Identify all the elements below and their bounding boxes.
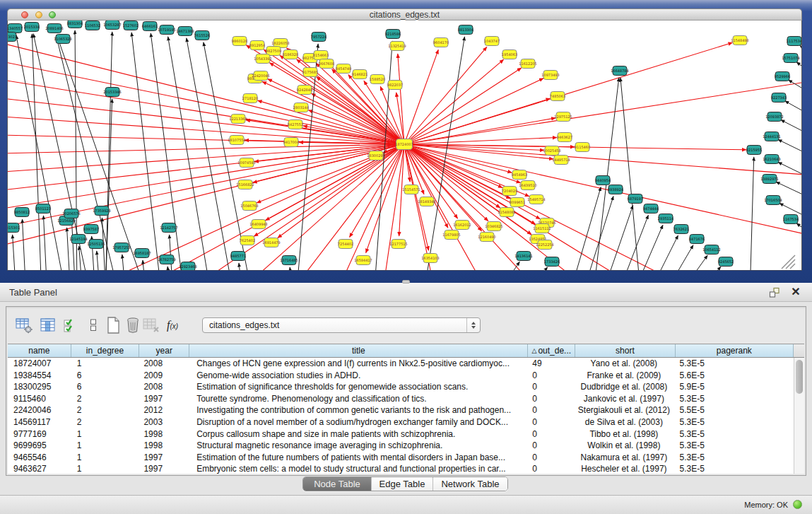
combo-stepper-icon <box>466 318 480 332</box>
graph-node-label: 9827509 <box>266 49 281 53</box>
table-cell: Hescheler et al. (1997) <box>575 463 675 474</box>
table-cell: Tourette syndrome. Phenomenology and cla… <box>189 393 528 405</box>
column-header-in-degree[interactable]: in_degree <box>71 344 140 357</box>
graph-node-label: 9175685 <box>302 70 318 74</box>
graph-node-label: 15495714 <box>527 197 545 201</box>
delete-column-icon[interactable] <box>124 315 142 335</box>
column-header-year[interactable]: year <box>139 344 189 357</box>
table-cell: 5.5E-5 <box>676 404 794 416</box>
show-columns-icon[interactable] <box>39 315 57 335</box>
graph-node-label: 1117534 <box>787 39 801 43</box>
network-window: citations_edges.txt 13405572015334208914… <box>7 8 802 271</box>
table-cell: 0 <box>528 381 575 393</box>
graph-node-label: 12156829 <box>57 218 75 223</box>
select-all-icon[interactable] <box>61 315 80 335</box>
scrollbar-thumb[interactable] <box>796 360 803 394</box>
graph-node-label: 12923468 <box>179 264 196 269</box>
table-row[interactable]: 946362711997Embryonic stem cells: a mode… <box>8 463 794 474</box>
graph-node-label: 14136141 <box>514 254 532 258</box>
column-header-title[interactable]: title <box>189 344 528 357</box>
column-header-out-de-[interactable]: △out_de... <box>528 344 575 357</box>
table-row[interactable]: 977716911998Corpus callosum shape and si… <box>8 428 794 440</box>
table-row[interactable]: 969969511998Structural magnetic resonanc… <box>8 440 794 452</box>
tab-network-table[interactable]: Network Table <box>433 477 507 491</box>
graph-node-label: 10719195 <box>158 28 175 32</box>
graph-node-label: 9242848 <box>297 88 312 92</box>
column-header-name[interactable]: name <box>8 344 71 357</box>
resize-grip-icon[interactable] <box>782 255 795 269</box>
graph-node-label: 1527602 <box>123 23 139 28</box>
graph-node-label: 8427552 <box>288 122 303 127</box>
table-row[interactable]: 946554611997Estimation of the future num… <box>8 452 794 464</box>
status-bar: Memory: OK <box>0 495 812 514</box>
table-cell: 5.3E-5 <box>676 463 794 474</box>
memory-ok-icon <box>793 500 802 509</box>
table-panel-title: Table Panel <box>9 287 57 298</box>
table-cell: 1997 <box>139 393 189 405</box>
table-cell: 5.3E-5 <box>676 416 794 428</box>
graph-node-label: 9860128 <box>232 39 247 43</box>
tab-node-table[interactable]: Node Table <box>303 477 372 491</box>
table-cell: 2008 <box>139 358 189 370</box>
table-cell: 5.6E-5 <box>676 370 794 382</box>
network-window-titlebar[interactable]: citations_edges.txt <box>7 8 802 21</box>
function-builder-icon[interactable]: f(x) <box>163 315 182 335</box>
splitter-handle[interactable] <box>402 280 410 284</box>
column-header-short[interactable]: short <box>575 344 676 357</box>
clear-selection-icon[interactable] <box>84 315 102 335</box>
table-cell: 6 <box>71 381 140 393</box>
table-cell: Yano et al. (2008) <box>575 358 675 370</box>
graph-node-label: 1106532 <box>85 23 100 28</box>
graph-node-label: 8471676 <box>689 237 705 241</box>
close-panel-icon[interactable]: ✕ <box>789 286 802 298</box>
table-row[interactable]: 1872400712008Changes of HCN gene express… <box>8 358 794 370</box>
table-cell: Stergiakouli et al. (2012) <box>575 404 675 416</box>
graph-node-label: 14495714 <box>552 158 570 162</box>
table-cell: Disruption of a novel member of a sodium… <box>189 416 528 428</box>
table-cell: 1 <box>71 440 140 452</box>
new-column-icon[interactable] <box>104 315 122 335</box>
graph-node-label: 15751074 <box>782 56 799 60</box>
table-row[interactable]: 1830029562008Estimation of significance … <box>8 381 794 393</box>
table-row[interactable]: 911546021997Tourette syndrome. Phenomeno… <box>8 393 794 405</box>
table-cell: 9777169 <box>8 428 71 440</box>
table-cell: 9699695 <box>8 440 71 452</box>
table-row[interactable]: 1938455462009Genome-wide association stu… <box>8 370 794 382</box>
graph-node-label: 10025458 <box>543 148 560 153</box>
network-canvas[interactable]: 1340557201533420891406883130411065321065… <box>7 21 802 271</box>
graph-node-label: 13716485 <box>280 258 298 262</box>
table-select-value: citations_edges.txt <box>209 320 279 330</box>
graph-node-label: 18107554 <box>228 138 245 142</box>
table-cell: de Silva et al. (2003) <box>575 416 675 428</box>
float-panel-icon[interactable] <box>768 286 781 299</box>
tab-edge-table[interactable]: Edge Table <box>372 477 433 491</box>
graph-node-label: 8501123 <box>35 206 51 211</box>
table-cell: 2009 <box>139 370 189 382</box>
header-scrollbar-corner <box>794 344 804 357</box>
graph-node-label: 3315301 <box>8 226 20 230</box>
table-cell: 0 <box>528 452 575 464</box>
table-row[interactable]: 2242004622012Investigating the contribut… <box>8 404 794 416</box>
memory-status-label: Memory: OK <box>744 501 788 509</box>
table-options-icon[interactable] <box>15 315 33 335</box>
column-header-pagerank[interactable]: pagerank <box>676 344 794 357</box>
graph-node-label: 14671388 <box>176 29 194 33</box>
table-cell: 0 <box>528 393 575 405</box>
vertical-scrollbar[interactable] <box>794 358 804 474</box>
graph-node-label: 12142757 <box>160 226 177 230</box>
graph-node-label: 10543392 <box>254 57 271 61</box>
graph-node-label: 2667608 <box>319 62 334 66</box>
graph-node-label: 7254402 <box>338 242 353 246</box>
graph-node-label: 10653287 <box>103 23 121 27</box>
graph-node-label: 2718120 <box>242 96 258 100</box>
table-select[interactable]: citations_edges.txt <box>202 317 481 333</box>
table-cell: 0 <box>528 463 575 474</box>
graph-node-label: 16162012 <box>453 223 471 227</box>
table-cell: 0 <box>528 404 575 416</box>
table-cell: 2 <box>71 404 140 416</box>
table-cell: 2008 <box>139 381 189 393</box>
table-cell: 2012 <box>139 404 189 416</box>
table-row[interactable]: 1456911722003Disruption of a novel membe… <box>8 416 794 428</box>
table-cell: 9465546 <box>8 452 71 464</box>
table-cell: Structural magnetic resonance image aver… <box>189 440 528 452</box>
